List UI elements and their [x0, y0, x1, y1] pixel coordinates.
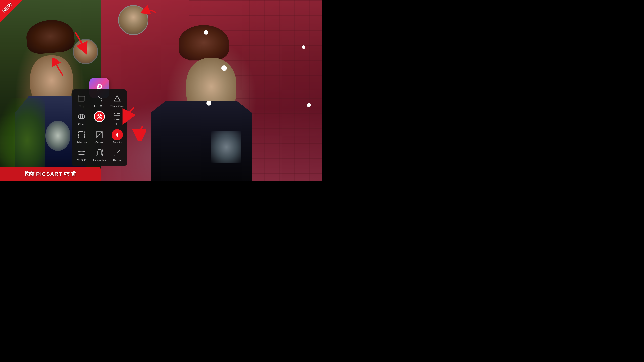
- bokeh-dot-5: [307, 103, 311, 107]
- smooth-label: Smooth: [113, 141, 121, 144]
- new-badge: NEW: [0, 0, 23, 23]
- new-badge-text: NEW: [1, 1, 13, 14]
- tilt-shift-icon: [76, 147, 87, 158]
- right-panel: [101, 0, 322, 181]
- main-container: NEW सिर्फ PICSART पर ही: [0, 0, 322, 181]
- tilt-shift-label: Tilt Shift: [77, 159, 86, 162]
- resize-label: Resize: [113, 159, 121, 162]
- resize-icon: [112, 147, 123, 158]
- svg-rect-16: [78, 132, 85, 138]
- arrow-menu-stretch: [126, 126, 146, 141]
- svg-rect-19: [97, 151, 101, 155]
- menu-panel: Crop Free Cr... Shape Crop: [72, 89, 127, 166]
- menu-item-remove[interactable]: Remove: [91, 110, 108, 127]
- menu-item-free-crop[interactable]: Free Cr...: [91, 92, 108, 109]
- bokeh-dot-4: [302, 45, 305, 49]
- arrow-left-2: [50, 58, 75, 78]
- smooth-icon: [112, 129, 123, 140]
- perspective-label: Perspective: [93, 159, 106, 162]
- free-crop-icon: [94, 93, 105, 104]
- menu-item-selection[interactable]: Selection: [73, 128, 90, 145]
- menu-row-3: Selection Curves: [73, 128, 126, 145]
- clone-icon: [76, 111, 87, 122]
- svg-point-9: [99, 117, 102, 119]
- remove-label: Remove: [95, 123, 104, 126]
- bokeh-dot-1: [204, 30, 208, 35]
- svg-rect-0: [79, 96, 84, 101]
- menu-item-tilt-shift[interactable]: Tilt Shift: [73, 146, 90, 163]
- curves-label: Curves: [95, 141, 103, 144]
- menu-row-4: Tilt Shift Perspective: [73, 146, 126, 163]
- crop-label: Crop: [79, 105, 84, 108]
- hindi-bar: सिर्फ PICSART पर ही: [0, 167, 101, 181]
- menu-item-clone[interactable]: Clone: [73, 110, 90, 127]
- bokeh-dot-3: [206, 101, 211, 106]
- crop-icon: [76, 93, 87, 104]
- arrow-left-1: [60, 30, 91, 55]
- menu-item-perspective[interactable]: Perspective: [91, 146, 108, 163]
- svg-marker-5: [114, 96, 120, 101]
- menu-item-curves[interactable]: Curves: [91, 128, 108, 145]
- menu-item-resize[interactable]: Resize: [109, 146, 126, 163]
- remove-icon: [94, 111, 105, 122]
- arrow-right-large: [138, 5, 158, 25]
- foliage-left: [0, 98, 45, 168]
- bokeh-dot-2: [221, 65, 227, 71]
- hindi-text: सिर्फ PICSART पर ही: [25, 171, 76, 177]
- free-crop-label: Free Cr...: [94, 105, 105, 108]
- flower-left: [45, 121, 70, 151]
- hair-puff-right: [179, 25, 229, 60]
- flower-right: [211, 131, 242, 163]
- curves-icon: [94, 129, 105, 140]
- menu-item-crop[interactable]: Crop: [73, 92, 90, 109]
- menu-item-smooth[interactable]: Smooth: [109, 128, 126, 145]
- perspective-icon: [94, 147, 105, 158]
- arrow-menu-remove: [116, 106, 136, 126]
- shape-crop-icon: [112, 93, 123, 104]
- selection-label: Selection: [76, 141, 87, 144]
- selection-icon: [76, 129, 87, 140]
- clone-label: Clone: [78, 123, 85, 126]
